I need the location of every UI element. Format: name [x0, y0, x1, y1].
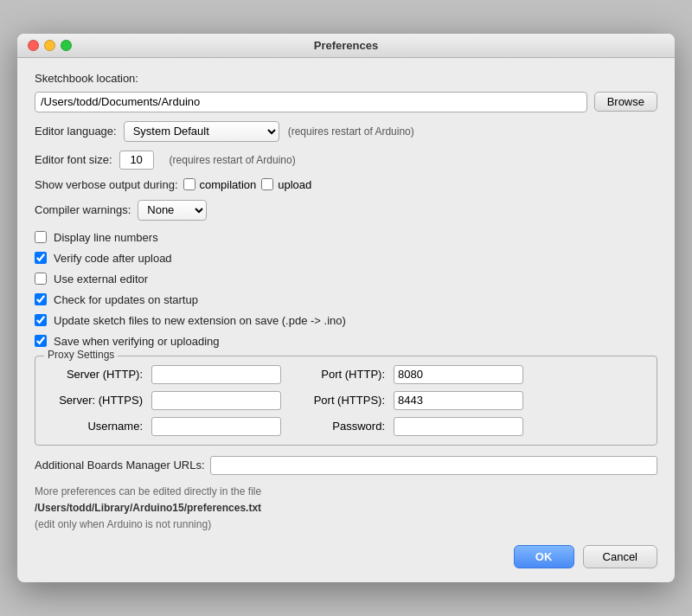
ok-button[interactable]: OK [514, 545, 574, 568]
proxy-port-https-input[interactable] [394, 391, 523, 410]
proxy-http-row: Server (HTTP): Port (HTTP): [48, 365, 644, 384]
proxy-port-http-label: Port (HTTP): [290, 368, 385, 381]
save-when-verifying-label: Save when verifying or uploading [54, 335, 220, 348]
verbose-label: Show verbose output during: [35, 178, 178, 191]
save-when-verifying-checkbox[interactable] [35, 335, 47, 347]
external-editor-checkbox[interactable] [35, 273, 47, 285]
update-sketch-files-checkbox[interactable] [35, 314, 47, 326]
titlebar: Preferences [17, 34, 675, 58]
boards-manager-input[interactable] [210, 456, 657, 475]
proxy-port-https-label: Port (HTTPS): [290, 394, 385, 407]
verify-code-checkbox[interactable] [35, 252, 47, 264]
proxy-settings-box: Proxy Settings Server (HTTP): Port (HTTP… [35, 356, 657, 446]
compilation-label: compilation [200, 178, 257, 191]
prefs-file-line1: More preferences can be edited directly … [35, 485, 261, 497]
proxy-port-http-input[interactable] [394, 365, 523, 384]
verbose-output-row: Show verbose output during: compilation … [35, 178, 657, 191]
maximize-button[interactable] [61, 40, 72, 51]
font-size-input[interactable] [119, 151, 154, 170]
check-updates-checkbox[interactable] [35, 293, 47, 305]
upload-label: upload [278, 178, 311, 191]
check-updates-row: Check for updates on startup [35, 293, 657, 306]
check-updates-label: Check for updates on startup [54, 293, 198, 306]
proxy-legend: Proxy Settings [44, 349, 118, 361]
prefs-file-line3: (edit only when Arduino is not running) [35, 518, 211, 530]
dialog-buttons-row: OK Cancel [35, 545, 657, 568]
proxy-server-https-label: Server: (HTTPS) [48, 394, 143, 407]
external-editor-label: Use external editor [54, 273, 148, 286]
display-line-numbers-label: Display line numbers [54, 231, 158, 244]
preferences-content: Sketchbook location: Browse Editor langu… [17, 58, 675, 583]
upload-checkbox[interactable] [261, 178, 273, 190]
editor-language-select[interactable]: System Default [124, 121, 279, 142]
proxy-auth-row: Username: Password: [48, 417, 644, 436]
cancel-button[interactable]: Cancel [583, 545, 657, 568]
proxy-password-label: Password: [290, 420, 385, 433]
proxy-server-https-input[interactable] [151, 391, 281, 410]
editor-font-size-row: Editor font size: (requires restart of A… [35, 151, 657, 170]
close-button[interactable] [28, 40, 39, 51]
language-restart-note: (requires restart of Arduino) [288, 125, 414, 138]
compiler-warnings-label: Compiler warnings: [35, 203, 131, 216]
proxy-server-http-input[interactable] [151, 365, 281, 384]
window-title: Preferences [314, 39, 378, 52]
traffic-lights [28, 40, 72, 51]
browse-button[interactable]: Browse [594, 92, 657, 112]
proxy-https-row: Server: (HTTPS) Port (HTTPS): [48, 391, 644, 410]
font-restart-note: (requires restart of Arduino) [170, 154, 296, 166]
display-line-numbers-row: Display line numbers [35, 231, 657, 244]
sketchbook-path-input[interactable] [35, 92, 587, 112]
sketchbook-label-row: Sketchbook location: [35, 72, 657, 85]
boards-manager-row: Additional Boards Manager URLs: [35, 456, 657, 475]
upload-checkbox-item: upload [261, 178, 311, 191]
compilation-checkbox-item: compilation [183, 178, 257, 191]
verify-code-label: Verify code after upload [54, 252, 172, 265]
sketchbook-path-row: Browse [35, 92, 657, 112]
external-editor-row: Use external editor [35, 273, 657, 286]
display-line-numbers-checkbox[interactable] [35, 231, 47, 243]
update-sketch-files-row: Update sketch files to new extension on … [35, 314, 657, 327]
save-when-verifying-row: Save when verifying or uploading [35, 335, 657, 348]
compiler-warnings-row: Compiler warnings: None Default More All [35, 200, 657, 221]
proxy-password-input[interactable] [394, 417, 523, 436]
compiler-warnings-select[interactable]: None Default More All [138, 200, 207, 221]
boards-manager-label: Additional Boards Manager URLs: [35, 459, 205, 472]
editor-language-label: Editor language: [35, 125, 117, 138]
proxy-username-input[interactable] [151, 417, 281, 436]
sketchbook-label: Sketchbook location: [35, 72, 138, 85]
minimize-button[interactable] [44, 40, 55, 51]
update-sketch-files-label: Update sketch files to new extension on … [54, 314, 346, 327]
proxy-username-label: Username: [48, 420, 143, 433]
prefs-file-path: /Users/todd/Library/Arduino15/preference… [35, 502, 261, 514]
prefs-file-info: More preferences can be edited directly … [35, 484, 657, 534]
editor-language-row: Editor language: System Default (require… [35, 121, 657, 142]
preferences-window: Preferences Sketchbook location: Browse … [17, 34, 675, 583]
compilation-checkbox[interactable] [183, 178, 195, 190]
editor-font-size-label: Editor font size: [35, 153, 112, 166]
verify-code-row: Verify code after upload [35, 252, 657, 265]
proxy-server-http-label: Server (HTTP): [48, 368, 143, 381]
